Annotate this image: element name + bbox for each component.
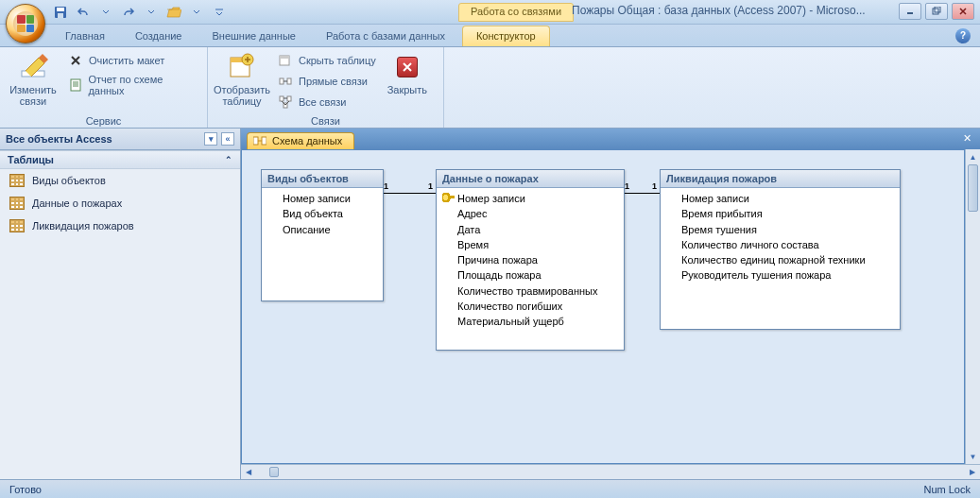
tab-home[interactable]: Главная — [52, 26, 118, 46]
horizontal-scrollbar[interactable]: ◀ ▶ — [241, 464, 980, 479]
nav-collapse-icon[interactable]: « — [221, 132, 234, 146]
field-key[interactable]: Номер записи — [440, 191, 622, 206]
field[interactable]: Руководитель тушения пожара — [664, 267, 898, 283]
table-icon — [9, 197, 25, 210]
scroll-thumb[interactable] — [269, 467, 279, 477]
svg-rect-20 — [280, 96, 284, 101]
close-button[interactable]: Закрыть — [384, 50, 431, 95]
all-relationships-button[interactable]: Все связи — [274, 94, 380, 111]
scroll-down-icon[interactable]: ▼ — [966, 449, 980, 464]
svg-rect-21 — [287, 96, 291, 101]
help-icon[interactable]: ? — [955, 28, 971, 43]
field[interactable]: Время — [440, 237, 622, 252]
table-box[interactable]: Ликвидация пожаров Номер записи Время пр… — [660, 169, 901, 330]
tab-create[interactable]: Создание — [122, 26, 196, 46]
open-icon[interactable] — [165, 4, 182, 21]
nav-item-label: Ликвидация пожаров — [32, 220, 134, 232]
table-box-title[interactable]: Ликвидация пожаров — [661, 170, 900, 188]
maximize-button[interactable] — [925, 3, 948, 20]
table-box[interactable]: Виды объектов Номер записи Вид объекта О… — [261, 169, 384, 301]
btn-label: Изменить связи — [6, 84, 60, 107]
nav-item-label: Виды объектов — [32, 175, 106, 186]
cardinality-label: 1 — [652, 181, 657, 191]
show-table-button[interactable]: Отобразить таблицу — [214, 50, 270, 107]
btn-label: Скрыть таблицу — [299, 55, 376, 66]
svg-rect-6 — [935, 7, 940, 12]
field[interactable]: Номер записи — [664, 191, 898, 206]
relationship-line[interactable] — [625, 193, 660, 194]
scroll-thumb[interactable] — [968, 164, 978, 212]
svg-rect-24 — [262, 137, 266, 145]
qat-customize-icon[interactable] — [211, 4, 228, 21]
status-numlock: Num Lock — [923, 484, 971, 495]
relationship-report-button[interactable]: Отчет по схеме данных — [64, 73, 201, 97]
relationships-canvas[interactable]: Виды объектов Номер записи Вид объекта О… — [241, 149, 965, 464]
document-tabs: Схема данных ✕ — [241, 129, 980, 149]
redo-icon[interactable] — [120, 4, 137, 21]
document-tab[interactable]: Схема данных — [247, 132, 354, 149]
office-button[interactable] — [6, 4, 45, 43]
scroll-up-icon[interactable]: ▲ — [966, 149, 980, 164]
table-box-title[interactable]: Данные о пожарах — [437, 170, 624, 188]
field[interactable]: Количество травмированных — [440, 283, 622, 299]
scroll-left-icon[interactable]: ◀ — [241, 468, 256, 476]
nav-table-item[interactable]: Ликвидация пожаров — [0, 215, 240, 237]
scroll-right-icon[interactable]: ▶ — [965, 468, 980, 476]
field[interactable]: Площадь пожара — [440, 267, 622, 283]
status-ready: Готово — [9, 484, 42, 495]
qat-dropdown-icon[interactable] — [97, 4, 114, 21]
table-box-title[interactable]: Виды объектов — [262, 170, 383, 188]
tab-database-tools[interactable]: Работа с базами данных — [313, 26, 458, 46]
svg-rect-16 — [280, 56, 289, 59]
hide-table-button[interactable]: Скрыть таблицу — [274, 52, 380, 69]
close-button[interactable] — [952, 3, 974, 20]
btn-label: Прямые связи — [299, 76, 368, 87]
nav-group-tables[interactable]: Таблицы ⌃ — [0, 150, 240, 169]
cardinality-label: 1 — [428, 181, 433, 191]
nav-filter-icon[interactable]: ▾ — [204, 132, 217, 146]
nav-table-item[interactable]: Данные о пожарах — [0, 192, 240, 215]
btn-label: Все связи — [299, 96, 346, 108]
doc-tab-label: Схема данных — [272, 135, 342, 146]
relationship-line[interactable] — [384, 193, 436, 194]
field[interactable]: Вид объекта — [266, 206, 381, 221]
vertical-scrollbar[interactable]: ▲ ▼ — [965, 149, 980, 464]
field[interactable]: Время тушения — [664, 222, 898, 237]
chevron-up-icon: ⌃ — [225, 155, 232, 164]
field[interactable]: Материальный ущерб — [440, 314, 622, 329]
tab-design[interactable]: Конструктор — [462, 26, 550, 46]
document-area: Схема данных ✕ Виды объектов Номер запис… — [241, 129, 980, 479]
edit-relationships-icon — [18, 52, 48, 82]
table-box-fields: Номер записи Адрес Дата Время Причина по… — [437, 188, 624, 350]
btn-label: Очистить макет — [89, 55, 164, 66]
field[interactable]: Адрес — [440, 206, 622, 221]
table-box[interactable]: Данные о пожарах Номер записи Адрес Дата… — [436, 169, 625, 351]
field[interactable]: Количество погибших — [440, 299, 622, 314]
field[interactable]: Время прибытия — [664, 206, 898, 221]
cardinality-label: 1 — [625, 181, 629, 191]
svg-rect-8 — [71, 79, 80, 91]
nav-table-item[interactable]: Виды объектов — [0, 169, 240, 192]
hide-table-icon — [278, 53, 293, 68]
edit-relationships-button[interactable]: Изменить связи — [6, 50, 60, 107]
minimize-button[interactable] — [899, 3, 921, 20]
undo-icon[interactable] — [75, 4, 92, 21]
qat-dropdown-icon[interactable] — [188, 4, 205, 21]
field[interactable]: Номер записи — [266, 191, 381, 206]
field[interactable]: Дата — [440, 222, 622, 237]
direct-relationships-button[interactable]: Прямые связи — [274, 73, 380, 90]
field[interactable]: Количество единиц пожарной техники — [664, 252, 898, 267]
nav-item-label: Данные о пожарах — [32, 197, 122, 209]
nav-header[interactable]: Все объекты Access ▾ « — [0, 129, 240, 150]
field[interactable]: Количество личного состава — [664, 237, 898, 252]
clear-layout-button[interactable]: Очистить макет — [64, 52, 201, 69]
table-box-fields: Номер записи Время прибытия Время тушени… — [661, 188, 900, 329]
save-icon[interactable] — [52, 4, 69, 21]
field[interactable]: Причина пожара — [440, 252, 622, 267]
qat-dropdown-icon[interactable] — [143, 4, 160, 21]
field[interactable]: Описание — [266, 222, 381, 237]
tab-external-data[interactable]: Внешние данные — [199, 26, 309, 46]
all-rel-icon — [278, 94, 293, 110]
direct-rel-icon — [278, 74, 293, 89]
document-close-icon[interactable]: ✕ — [959, 131, 974, 145]
